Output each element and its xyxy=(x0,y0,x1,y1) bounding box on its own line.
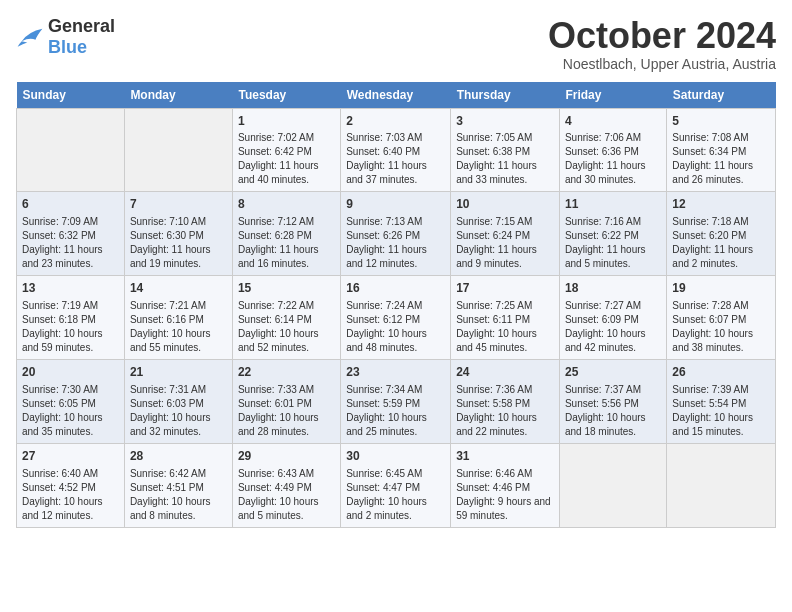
calendar-cell: 17Sunrise: 7:25 AM Sunset: 6:11 PM Dayli… xyxy=(451,276,560,360)
calendar-cell: 18Sunrise: 7:27 AM Sunset: 6:09 PM Dayli… xyxy=(559,276,666,360)
day-of-week-header: Saturday xyxy=(667,82,776,109)
cell-content: Sunrise: 6:46 AM Sunset: 4:46 PM Dayligh… xyxy=(456,467,554,523)
title-block: October 2024 Noestlbach, Upper Austria, … xyxy=(548,16,776,72)
logo-text-general: General xyxy=(48,16,115,36)
cell-content: Sunrise: 7:33 AM Sunset: 6:01 PM Dayligh… xyxy=(238,383,335,439)
day-number: 31 xyxy=(456,448,554,465)
cell-content: Sunrise: 7:19 AM Sunset: 6:18 PM Dayligh… xyxy=(22,299,119,355)
calendar-cell xyxy=(17,108,125,192)
day-number: 7 xyxy=(130,196,227,213)
day-number: 29 xyxy=(238,448,335,465)
cell-content: Sunrise: 7:27 AM Sunset: 6:09 PM Dayligh… xyxy=(565,299,661,355)
calendar-cell: 16Sunrise: 7:24 AM Sunset: 6:12 PM Dayli… xyxy=(341,276,451,360)
day-number: 20 xyxy=(22,364,119,381)
calendar-cell xyxy=(667,443,776,527)
calendar-cell: 30Sunrise: 6:45 AM Sunset: 4:47 PM Dayli… xyxy=(341,443,451,527)
cell-content: Sunrise: 7:09 AM Sunset: 6:32 PM Dayligh… xyxy=(22,215,119,271)
calendar-cell: 26Sunrise: 7:39 AM Sunset: 5:54 PM Dayli… xyxy=(667,359,776,443)
calendar-table: SundayMondayTuesdayWednesdayThursdayFrid… xyxy=(16,82,776,528)
cell-content: Sunrise: 6:45 AM Sunset: 4:47 PM Dayligh… xyxy=(346,467,445,523)
calendar-cell: 29Sunrise: 6:43 AM Sunset: 4:49 PM Dayli… xyxy=(232,443,340,527)
location-title: Noestlbach, Upper Austria, Austria xyxy=(548,56,776,72)
cell-content: Sunrise: 7:18 AM Sunset: 6:20 PM Dayligh… xyxy=(672,215,770,271)
calendar-cell: 24Sunrise: 7:36 AM Sunset: 5:58 PM Dayli… xyxy=(451,359,560,443)
calendar-cell: 2Sunrise: 7:03 AM Sunset: 6:40 PM Daylig… xyxy=(341,108,451,192)
day-number: 19 xyxy=(672,280,770,297)
day-number: 28 xyxy=(130,448,227,465)
calendar-cell: 19Sunrise: 7:28 AM Sunset: 6:07 PM Dayli… xyxy=(667,276,776,360)
day-number: 3 xyxy=(456,113,554,130)
cell-content: Sunrise: 6:42 AM Sunset: 4:51 PM Dayligh… xyxy=(130,467,227,523)
calendar-cell: 3Sunrise: 7:05 AM Sunset: 6:38 PM Daylig… xyxy=(451,108,560,192)
day-number: 8 xyxy=(238,196,335,213)
day-number: 13 xyxy=(22,280,119,297)
cell-content: Sunrise: 7:06 AM Sunset: 6:36 PM Dayligh… xyxy=(565,131,661,187)
calendar-cell: 1Sunrise: 7:02 AM Sunset: 6:42 PM Daylig… xyxy=(232,108,340,192)
day-number: 24 xyxy=(456,364,554,381)
day-number: 14 xyxy=(130,280,227,297)
cell-content: Sunrise: 7:37 AM Sunset: 5:56 PM Dayligh… xyxy=(565,383,661,439)
calendar-cell: 23Sunrise: 7:34 AM Sunset: 5:59 PM Dayli… xyxy=(341,359,451,443)
calendar-cell: 12Sunrise: 7:18 AM Sunset: 6:20 PM Dayli… xyxy=(667,192,776,276)
cell-content: Sunrise: 7:21 AM Sunset: 6:16 PM Dayligh… xyxy=(130,299,227,355)
calendar-cell: 4Sunrise: 7:06 AM Sunset: 6:36 PM Daylig… xyxy=(559,108,666,192)
calendar-cell: 20Sunrise: 7:30 AM Sunset: 6:05 PM Dayli… xyxy=(17,359,125,443)
calendar-cell: 21Sunrise: 7:31 AM Sunset: 6:03 PM Dayli… xyxy=(124,359,232,443)
cell-content: Sunrise: 7:15 AM Sunset: 6:24 PM Dayligh… xyxy=(456,215,554,271)
calendar-cell: 28Sunrise: 6:42 AM Sunset: 4:51 PM Dayli… xyxy=(124,443,232,527)
cell-content: Sunrise: 7:16 AM Sunset: 6:22 PM Dayligh… xyxy=(565,215,661,271)
day-number: 30 xyxy=(346,448,445,465)
day-number: 10 xyxy=(456,196,554,213)
day-number: 22 xyxy=(238,364,335,381)
day-number: 9 xyxy=(346,196,445,213)
day-number: 23 xyxy=(346,364,445,381)
calendar-cell: 8Sunrise: 7:12 AM Sunset: 6:28 PM Daylig… xyxy=(232,192,340,276)
day-number: 1 xyxy=(238,113,335,130)
calendar-cell: 31Sunrise: 6:46 AM Sunset: 4:46 PM Dayli… xyxy=(451,443,560,527)
day-number: 17 xyxy=(456,280,554,297)
day-number: 21 xyxy=(130,364,227,381)
cell-content: Sunrise: 7:36 AM Sunset: 5:58 PM Dayligh… xyxy=(456,383,554,439)
day-of-week-header: Monday xyxy=(124,82,232,109)
month-title: October 2024 xyxy=(548,16,776,56)
day-number: 26 xyxy=(672,364,770,381)
logo-bird-icon xyxy=(16,26,44,48)
page-header: General Blue October 2024 Noestlbach, Up… xyxy=(16,16,776,72)
logo-text-blue: Blue xyxy=(48,37,87,57)
day-of-week-header: Tuesday xyxy=(232,82,340,109)
day-of-week-header: Wednesday xyxy=(341,82,451,109)
calendar-cell: 13Sunrise: 7:19 AM Sunset: 6:18 PM Dayli… xyxy=(17,276,125,360)
day-number: 5 xyxy=(672,113,770,130)
day-number: 15 xyxy=(238,280,335,297)
day-of-week-header: Sunday xyxy=(17,82,125,109)
cell-content: Sunrise: 6:40 AM Sunset: 4:52 PM Dayligh… xyxy=(22,467,119,523)
calendar-cell: 6Sunrise: 7:09 AM Sunset: 6:32 PM Daylig… xyxy=(17,192,125,276)
calendar-cell: 10Sunrise: 7:15 AM Sunset: 6:24 PM Dayli… xyxy=(451,192,560,276)
calendar-cell xyxy=(124,108,232,192)
cell-content: Sunrise: 7:13 AM Sunset: 6:26 PM Dayligh… xyxy=(346,215,445,271)
day-number: 2 xyxy=(346,113,445,130)
day-of-week-header: Friday xyxy=(559,82,666,109)
day-of-week-header: Thursday xyxy=(451,82,560,109)
cell-content: Sunrise: 7:30 AM Sunset: 6:05 PM Dayligh… xyxy=(22,383,119,439)
cell-content: Sunrise: 7:08 AM Sunset: 6:34 PM Dayligh… xyxy=(672,131,770,187)
cell-content: Sunrise: 7:12 AM Sunset: 6:28 PM Dayligh… xyxy=(238,215,335,271)
cell-content: Sunrise: 7:10 AM Sunset: 6:30 PM Dayligh… xyxy=(130,215,227,271)
calendar-cell: 27Sunrise: 6:40 AM Sunset: 4:52 PM Dayli… xyxy=(17,443,125,527)
cell-content: Sunrise: 6:43 AM Sunset: 4:49 PM Dayligh… xyxy=(238,467,335,523)
day-number: 11 xyxy=(565,196,661,213)
day-number: 27 xyxy=(22,448,119,465)
day-number: 12 xyxy=(672,196,770,213)
calendar-cell: 7Sunrise: 7:10 AM Sunset: 6:30 PM Daylig… xyxy=(124,192,232,276)
calendar-cell: 5Sunrise: 7:08 AM Sunset: 6:34 PM Daylig… xyxy=(667,108,776,192)
cell-content: Sunrise: 7:39 AM Sunset: 5:54 PM Dayligh… xyxy=(672,383,770,439)
calendar-cell xyxy=(559,443,666,527)
logo: General Blue xyxy=(16,16,115,58)
cell-content: Sunrise: 7:03 AM Sunset: 6:40 PM Dayligh… xyxy=(346,131,445,187)
cell-content: Sunrise: 7:02 AM Sunset: 6:42 PM Dayligh… xyxy=(238,131,335,187)
cell-content: Sunrise: 7:22 AM Sunset: 6:14 PM Dayligh… xyxy=(238,299,335,355)
cell-content: Sunrise: 7:25 AM Sunset: 6:11 PM Dayligh… xyxy=(456,299,554,355)
cell-content: Sunrise: 7:05 AM Sunset: 6:38 PM Dayligh… xyxy=(456,131,554,187)
cell-content: Sunrise: 7:28 AM Sunset: 6:07 PM Dayligh… xyxy=(672,299,770,355)
cell-content: Sunrise: 7:31 AM Sunset: 6:03 PM Dayligh… xyxy=(130,383,227,439)
